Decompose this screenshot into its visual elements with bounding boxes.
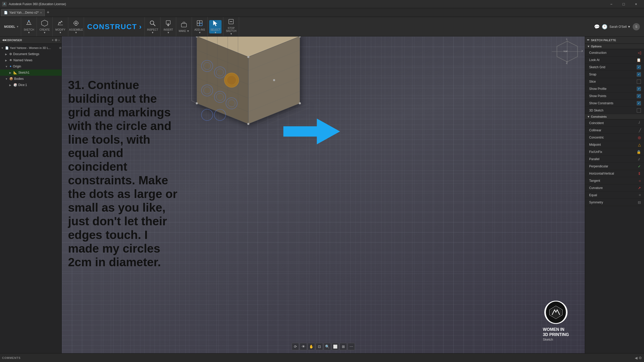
toolbar-btn-modify[interactable]: MODIFY ▼ [54, 20, 66, 33]
toolbar-section-select: SELECT ▼ [208, 17, 223, 36]
slice-label: Slice [589, 80, 637, 83]
option-3d-sketch[interactable]: 3D Sketch [585, 107, 644, 114]
toolbar-btn-select[interactable]: SELECT ▼ [209, 20, 222, 33]
inspect-label: INSPECT ▼ [146, 28, 159, 34]
tree-item-named-views[interactable]: ▶ 👁 Named Views [0, 57, 62, 63]
toolbar-btn-stop-sketch[interactable]: STOP SKETCH ▼ [225, 20, 237, 33]
toolbar-btn-inspect[interactable]: INSPECT ▼ [146, 20, 159, 33]
model-dropdown[interactable]: MODEL ▼ [2, 17, 21, 36]
toolbar-btn-make[interactable]: MAKE ▼ [178, 20, 190, 33]
option-show-constraints[interactable]: Show Constraints ✓ [585, 100, 644, 107]
tree-sketch1-expand-icon: ▶ [9, 71, 12, 74]
constraint-midpoint[interactable]: Midpoint △ [585, 141, 644, 148]
title-bar-controls[interactable]: − □ × [605, 0, 642, 8]
3d-sketch-checkbox[interactable] [637, 108, 641, 113]
zoom-control[interactable]: 🔍 [324, 343, 331, 350]
tree-item-root[interactable]: ▼ 📄 Yard Yahtzee - Women in 3D L... ⚙ [0, 45, 62, 51]
option-construction[interactable]: Construction ◁ [585, 49, 644, 56]
constraint-concentric[interactable]: Concentric ◎ [585, 134, 644, 141]
constraints-section-header[interactable]: ▼ Constraints [585, 114, 644, 119]
tree-expand-icon: ▶ [5, 53, 8, 56]
sketch-label: SKETCH ▼ [23, 28, 35, 34]
tree-item-doc-settings[interactable]: ▶ ⚙ Document Settings [0, 51, 62, 57]
close-button[interactable]: × [630, 0, 642, 8]
option-sketch-grid[interactable]: Sketch Grid ✓ [585, 64, 644, 71]
horizontal-vertical-icon: ⇕ [638, 171, 641, 176]
show-points-checkbox[interactable]: ✓ [637, 94, 641, 98]
option-show-profile[interactable]: Show Profile ✓ [585, 85, 644, 92]
coincident-label: Coincident [589, 121, 638, 125]
constraints-collapse-icon: ▼ [587, 115, 590, 118]
tab-close-button[interactable]: × [40, 11, 42, 14]
zoom-fit-control[interactable]: ⊡ [316, 343, 323, 350]
snap-checkbox[interactable]: ✓ [637, 72, 641, 76]
bottom-settings-icon[interactable]: ⚙ [639, 356, 642, 360]
maximize-button[interactable]: □ [618, 0, 630, 8]
browser-toggle-icon[interactable]: ◀◀ [2, 38, 6, 42]
tree-item-bodies[interactable]: ▼ 📦 Bodies [0, 76, 62, 82]
bottom-expand-icon[interactable]: ◀ [635, 356, 638, 360]
toolbar-section-construct: CONSTRUCT › [84, 17, 145, 36]
toolbar-btn-addins[interactable]: ADD-INS ▼ [193, 20, 206, 33]
browser-close-icon[interactable]: › [58, 38, 60, 42]
tree-item-origin[interactable]: ▼ ✦ Origin [0, 63, 62, 70]
option-slice[interactable]: Slice [585, 78, 644, 85]
option-show-points[interactable]: Show Points ✓ [585, 92, 644, 100]
comments-label: COMMENTS [2, 356, 21, 359]
constraint-curvature[interactable]: Curvature ↗ [585, 184, 644, 192]
constraint-collinear[interactable]: Collinear ╱ [585, 127, 644, 134]
options-section-header[interactable]: ▼ Options [585, 44, 644, 49]
make-icon [180, 21, 188, 29]
new-tab-button[interactable]: + [45, 9, 52, 16]
constraint-tangent[interactable]: Tangent ○ [585, 177, 644, 184]
toolbar-btn-create[interactable]: CREATE ▼ [38, 20, 51, 33]
viewport-grid [62, 37, 585, 353]
tree-item-dice1[interactable]: ▶ 🎲 Dice:1 [0, 82, 62, 88]
pan-control[interactable]: ✋ [308, 343, 315, 350]
show-profile-checkbox[interactable]: ✓ [637, 87, 641, 91]
constraint-perpendicular[interactable]: Perpendicular ✓ [585, 163, 644, 170]
slice-checkbox[interactable] [637, 80, 641, 84]
toolbar-btn-insert[interactable]: INSERT ▼ [162, 20, 174, 33]
active-tab[interactable]: 📄 Yard Yah....Demo v2* × [1, 9, 45, 16]
tree-root-settings-icon[interactable]: ⚙ [59, 46, 62, 50]
tree-dice1-icon: 🎲 [13, 83, 17, 87]
construction-icon: ◁ [638, 50, 641, 55]
history-icon[interactable]: 🕐 [602, 24, 607, 30]
viewcube[interactable]: Y X Z TOP [552, 39, 583, 64]
toolbar-btn-sketch[interactable]: SKETCH ▼ [23, 20, 35, 33]
viewport[interactable]: 31. Continue building out the grid and m… [62, 37, 585, 353]
user-avatar[interactable]: S [633, 23, 640, 30]
blue-arrow [283, 119, 520, 145]
constraint-parallel[interactable]: Parallel ⫽ [585, 156, 644, 163]
option-look-at[interactable]: Look At 📋 [585, 56, 644, 64]
notifications-icon[interactable]: 💬 [594, 24, 600, 30]
svg-point-61 [273, 79, 275, 81]
constraint-symmetry[interactable]: Symmetry ⊟ [585, 199, 644, 206]
show-constraints-checkbox[interactable]: ✓ [637, 101, 641, 105]
sketch-grid-checkbox[interactable]: ✓ [637, 65, 641, 69]
display-mode[interactable]: ⬜ [332, 343, 339, 350]
sketch-palette-title: SKETCH PALETTE [591, 39, 616, 42]
orbit-control[interactable]: ⟳ [292, 343, 299, 350]
toolbar-btn-assemble[interactable]: ASSEMBLE ▼ [70, 20, 82, 33]
constraint-fix-unfix[interactable]: Fix/UnFix 🔒 [585, 148, 644, 156]
modify-icon [57, 20, 64, 28]
constraint-coincident[interactable]: Coincident ┘ [585, 119, 644, 127]
select-label: SELECT ▼ [209, 28, 222, 34]
more-controls[interactable]: ⋯ [348, 343, 355, 350]
svg-text:X: X [581, 50, 583, 53]
browser-expand-icon[interactable]: + [52, 38, 54, 42]
left-sidebar: ◀◀ BROWSER + ⚙ › ▼ 📄 Yard Yahtzee - Wome… [0, 37, 62, 353]
constraint-equal[interactable]: Equal = [585, 192, 644, 199]
curvature-label: Curvature [589, 186, 638, 190]
look-at-control[interactable]: 👁 [300, 343, 307, 350]
option-snap[interactable]: Snap ✓ [585, 71, 644, 78]
toolbar-section-sketch: SKETCH ▼ [21, 17, 37, 36]
browser-settings-icon[interactable]: ⚙ [55, 38, 57, 42]
constraint-horizontal-vertical[interactable]: Horizontal/Vertical ⇕ [585, 170, 644, 177]
wip-line1: WOMEN IN [543, 327, 569, 332]
tree-item-sketch1[interactable]: ▶ 📐 Sketch1 [0, 70, 62, 76]
grid-control[interactable]: ⊞ [340, 343, 347, 350]
minimize-button[interactable]: − [605, 0, 617, 8]
